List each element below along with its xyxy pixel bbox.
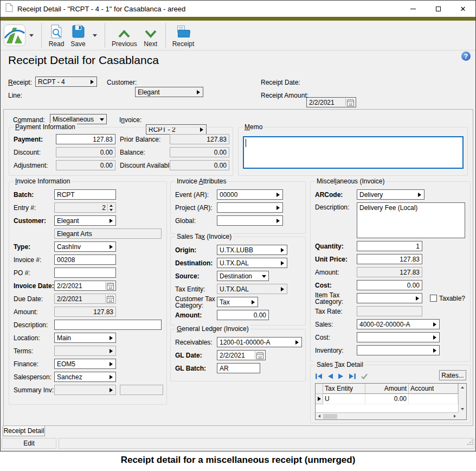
toolbar-separator (41, 23, 42, 48)
customer-dropdown[interactable]: Elegant (135, 87, 203, 97)
invoice-date-field[interactable]: 2/2/2021 12 (54, 281, 116, 291)
resize-grip-icon[interactable] (467, 438, 473, 448)
arcode-dropdown[interactable]: Delivery (357, 189, 424, 200)
last-record-button[interactable] (349, 372, 356, 382)
grid-corner-cell (316, 384, 323, 394)
summary-inv-dropdown (54, 385, 116, 395)
customer-dropdown[interactable]: Elegant (54, 215, 116, 226)
save-button[interactable]: Save (67, 22, 89, 49)
quantity-input[interactable]: 1 (357, 241, 422, 251)
receipt-date-field[interactable]: 2/2/2021 12 (306, 97, 356, 107)
salesperson-dropdown[interactable]: Sanchez (54, 372, 116, 382)
dropdown-right-icon (416, 296, 419, 301)
receivables-dropdown[interactable]: 1200-01-00000-A (217, 337, 302, 347)
confirm-check-icon[interactable] (361, 372, 368, 382)
origin-dropdown[interactable]: U.TX.LUBB (217, 245, 287, 255)
column-header-tax-entity[interactable]: Tax Entity (323, 384, 365, 394)
column-header-account[interactable]: Account (409, 384, 458, 394)
page-title: Receipt Detail for Casablanca (8, 54, 159, 67)
grid-vscrollbar[interactable] (458, 384, 466, 412)
finance-dropdown[interactable]: EOM5 (54, 359, 116, 369)
scroll-down-icon[interactable] (459, 405, 466, 412)
dropdown-right-icon (110, 388, 113, 392)
help-icon[interactable] (461, 52, 471, 61)
unit-price-input[interactable]: 127.83 (357, 254, 422, 264)
next-record-button[interactable] (338, 372, 344, 382)
item-tax-category-dropdown[interactable] (357, 293, 422, 303)
prior-balance-field: 127.83 (170, 134, 229, 144)
next-button[interactable]: Next (140, 22, 162, 49)
tab-receipt-detail[interactable]: Receipt Detail (3, 426, 45, 436)
sales-account-dropdown[interactable]: 4000-02-00000-A (357, 319, 440, 329)
sales-tax-invoice-title: Sales Tax (Invoice) (175, 233, 233, 240)
grid-data-row[interactable]: U 0.00 (316, 394, 458, 404)
grid-hscrollbar[interactable] (316, 412, 458, 419)
type-dropdown[interactable]: CashInv (54, 241, 116, 252)
spinner-icon[interactable] (107, 203, 115, 212)
gl-date-label: GL Date: (175, 352, 217, 359)
calendar-icon[interactable]: 12 (255, 351, 265, 359)
chevron-down-icon (143, 29, 158, 39)
location-label: Location: (14, 334, 54, 342)
taxable-checkbox[interactable] (430, 295, 437, 302)
cost-account-dropdown[interactable] (357, 332, 440, 342)
origin-label: Origin: (175, 246, 217, 254)
dropdown-right-icon (281, 248, 284, 252)
app-logo-icon[interactable] (4, 24, 25, 46)
invoice-no-label: Invoice #: (14, 256, 54, 264)
first-record-button[interactable] (315, 372, 323, 382)
global-dropdown[interactable] (217, 215, 283, 226)
scroll-left-icon[interactable] (316, 413, 323, 420)
gl-batch-input[interactable]: AR (217, 363, 260, 373)
memo-textarea[interactable] (243, 136, 464, 169)
gl-date-field[interactable]: 2/2/2021 12 (217, 350, 266, 360)
command-label: Command: (13, 116, 45, 124)
cell-amount[interactable]: 0.00 (365, 394, 409, 404)
invoice-no-input[interactable]: 00208 (54, 254, 116, 265)
calendar-icon[interactable]: 12 (105, 282, 115, 290)
entry-spinner[interactable]: 2 (54, 202, 116, 213)
cell-tax-entity[interactable]: U (323, 394, 365, 404)
tab-strip: Receipt Detail (1, 426, 475, 437)
customer-tax-category-dropdown[interactable]: Tax (217, 297, 258, 307)
read-label: Read (49, 40, 65, 48)
tax-amount-input[interactable]: 0.00 (217, 310, 269, 320)
memo-group: Memo (238, 127, 468, 176)
event-ar-dropdown[interactable]: 00000 (217, 189, 283, 200)
project-ar-dropdown[interactable] (217, 202, 283, 213)
minimize-button[interactable] (401, 1, 426, 17)
toolbar-separator (105, 23, 105, 48)
receipt-button[interactable]: Receipt (170, 22, 197, 49)
hscroll-thumb[interactable] (323, 414, 337, 419)
close-button[interactable]: ✕ (451, 1, 475, 17)
location-dropdown[interactable]: Main (54, 333, 116, 343)
save-dropdown-icon[interactable] (93, 34, 97, 37)
previous-button[interactable]: Previous (109, 22, 140, 49)
misc-description-textarea[interactable]: Delivery Fee (Local) (357, 202, 465, 238)
cost-input[interactable]: 0.00 (357, 280, 422, 290)
destination-dropdown[interactable]: U.TX.DAL (217, 258, 287, 268)
project-ar-label: Project (AR): (175, 204, 217, 212)
previous-record-button[interactable] (327, 372, 333, 382)
unit-price-label: Unit Price: (315, 256, 357, 263)
rates-button[interactable]: Rates... (439, 370, 466, 380)
document-icon (5, 3, 13, 14)
logo-dropdown-icon[interactable] (29, 34, 34, 37)
scroll-up-icon[interactable] (459, 384, 466, 391)
po-input[interactable] (54, 268, 116, 278)
read-button[interactable]: Read (46, 22, 67, 49)
dropdown-down-icon (262, 275, 266, 278)
payment-input[interactable]: 127.83 (56, 134, 115, 144)
app-window: Receipt Detail - "RCPT - 4 - 1" for Casa… (0, 0, 476, 451)
description-input[interactable] (54, 320, 162, 330)
scroll-right-icon[interactable] (451, 413, 458, 420)
inventory-dropdown[interactable] (357, 345, 440, 355)
column-header-amount[interactable]: Amount (365, 384, 409, 394)
maximize-button[interactable] (426, 1, 451, 17)
receipt-dropdown[interactable]: RCPT - 4 (35, 77, 97, 87)
source-combobox[interactable]: Destination (217, 271, 269, 281)
cell-account[interactable] (409, 394, 458, 404)
calendar-icon[interactable]: 12 (345, 98, 355, 106)
batch-input[interactable]: RCPT (54, 189, 116, 200)
customer-label: Customer: (14, 217, 54, 225)
